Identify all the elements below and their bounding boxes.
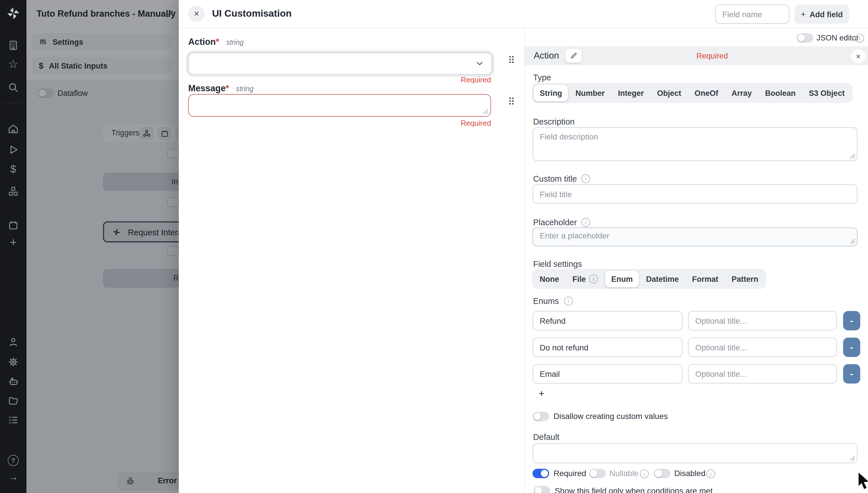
gear-icon[interactable] — [0, 357, 27, 368]
type-tab-boolean[interactable]: Boolean — [759, 85, 802, 101]
robot-icon[interactable] — [0, 376, 27, 387]
settings-tab-format[interactable]: Format — [686, 271, 724, 287]
type-segmented-control: String Number Integer Object OneOf Array… — [532, 83, 852, 103]
field-header-name: Action — [534, 50, 559, 61]
disallow-custom-values-label: Disallow creating custom values — [554, 412, 668, 421]
info-icon[interactable] — [564, 296, 573, 305]
user-icon[interactable] — [0, 337, 27, 348]
folder-icon[interactable] — [0, 395, 27, 407]
nullable-toggle[interactable] — [589, 469, 606, 478]
chevron-down-icon — [475, 59, 484, 67]
remove-enum-button[interactable]: - — [843, 311, 860, 330]
type-label: Type — [533, 72, 551, 82]
info-icon[interactable] — [581, 174, 590, 183]
plus-icon[interactable]: + — [0, 237, 27, 248]
edit-field-name-button[interactable] — [565, 49, 582, 63]
message-field-label: Message* string — [188, 84, 254, 93]
settings-tab-none[interactable]: None — [534, 271, 565, 287]
panel-divider — [524, 28, 525, 493]
placeholder-field-wrap — [532, 228, 858, 246]
building-icon[interactable] — [0, 40, 27, 51]
action-field-label: Action* string — [188, 37, 244, 47]
json-editor-label: JSON editor — [817, 33, 859, 42]
disabled-toggle[interactable] — [654, 469, 671, 478]
action-required-message: Required — [188, 76, 491, 84]
info-icon[interactable] — [855, 34, 864, 43]
info-icon[interactable] — [706, 469, 715, 478]
json-editor-toggle[interactable] — [797, 33, 813, 43]
pencil-icon — [570, 52, 577, 59]
play-icon[interactable] — [0, 144, 27, 155]
description-textarea[interactable] — [532, 127, 858, 161]
type-tab-array[interactable]: Array — [725, 85, 758, 101]
action-select[interactable] — [188, 52, 492, 74]
message-required-message: Required — [188, 119, 491, 127]
list-icon[interactable] — [0, 414, 27, 426]
info-icon[interactable] — [640, 469, 649, 478]
type-tab-string[interactable]: String — [534, 85, 568, 101]
enum-title-input[interactable] — [688, 364, 837, 384]
dollar-icon[interactable]: $ — [0, 164, 27, 175]
type-tab-s3object[interactable]: S3 Object — [803, 85, 851, 101]
required-toggle[interactable] — [532, 469, 549, 478]
custom-title-label-row: Custom title — [533, 174, 590, 184]
placeholder-textarea[interactable] — [532, 228, 858, 246]
close-icon: × — [856, 52, 861, 61]
placeholder-label-row: Placeholder — [533, 217, 590, 227]
field-settings-label: Field settings — [533, 259, 582, 269]
disallow-custom-values-toggle[interactable] — [532, 412, 549, 421]
settings-tab-pattern[interactable]: Pattern — [726, 271, 764, 287]
enum-value-input[interactable] — [532, 311, 682, 330]
resize-handle-icon[interactable] — [850, 153, 855, 159]
close-field-panel-button[interactable]: × — [851, 49, 865, 63]
type-tab-number[interactable]: Number — [569, 85, 611, 101]
drag-handle-icon[interactable] — [509, 97, 511, 99]
type-tab-integer[interactable]: Integer — [612, 85, 650, 101]
required-toggle-label: Required — [554, 469, 586, 477]
disabled-toggle-label: Disabled — [674, 469, 705, 477]
app-root: ☆ $ — [0, 0, 868, 493]
windmill-logo-icon[interactable] — [0, 6, 27, 20]
info-icon — [589, 275, 598, 283]
remove-enum-button[interactable]: - — [843, 364, 860, 384]
default-textarea[interactable] — [532, 443, 858, 463]
calendar-icon[interactable] — [0, 220, 27, 231]
type-tab-oneof[interactable]: OneOf — [688, 85, 724, 101]
enum-value-input[interactable] — [532, 364, 682, 384]
modal-backdrop[interactable] — [27, 0, 179, 493]
enums-label: Enums — [533, 296, 559, 306]
add-field-button[interactable]: + Add field — [794, 4, 849, 23]
field-name-input[interactable] — [715, 4, 789, 23]
settings-tab-enum[interactable]: Enum — [605, 271, 639, 287]
enum-title-input[interactable] — [688, 338, 837, 357]
resize-handle-icon[interactable] — [850, 455, 855, 461]
settings-tab-datetime[interactable]: Datetime — [640, 271, 684, 287]
message-textarea[interactable] — [188, 94, 491, 117]
enum-title-input[interactable] — [688, 311, 837, 330]
resize-handle-icon[interactable] — [483, 109, 488, 114]
help-icon[interactable]: ? — [0, 455, 27, 466]
custom-title-input[interactable] — [532, 184, 858, 203]
enums-label-row: Enums — [533, 296, 573, 306]
field-settings-segmented-control: None File Enum Datetime Format Pattern — [532, 269, 766, 289]
close-modal-button[interactable]: × — [188, 5, 205, 22]
close-icon: × — [194, 9, 199, 19]
star-icon[interactable]: ☆ — [0, 59, 27, 70]
plus-icon: + — [801, 9, 806, 19]
default-label: Default — [533, 432, 559, 442]
home-icon[interactable] — [0, 123, 27, 134]
sidebar: ☆ $ — [0, 0, 27, 493]
description-label: Description — [533, 117, 575, 126]
search-icon[interactable] — [0, 82, 27, 93]
expand-sidebar-icon[interactable]: → — [0, 471, 27, 483]
settings-tab-file[interactable]: File — [566, 271, 604, 287]
add-enum-button[interactable]: + — [538, 388, 544, 400]
cubes-icon[interactable] — [0, 186, 27, 197]
remove-enum-button[interactable]: - — [843, 338, 860, 357]
enum-value-input[interactable] — [532, 338, 682, 357]
resize-handle-icon[interactable] — [850, 238, 855, 244]
conditions-toggle[interactable] — [534, 486, 550, 493]
info-icon[interactable] — [581, 218, 590, 227]
type-tab-object[interactable]: Object — [651, 85, 687, 101]
drag-handle-icon[interactable] — [509, 56, 511, 58]
